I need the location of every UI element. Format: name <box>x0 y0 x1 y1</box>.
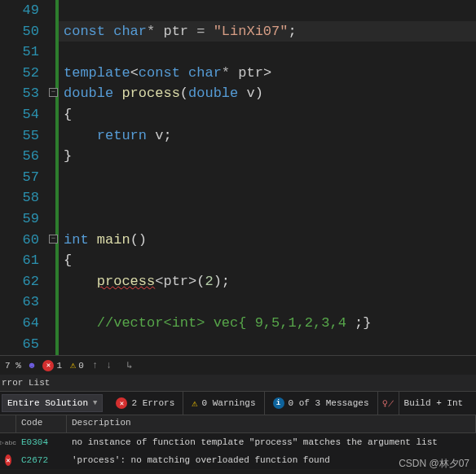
line-number: 63 <box>0 292 39 313</box>
code-line[interactable]: //vector<int> vec{ 9,5,1,2,3,4 ;} <box>59 313 476 334</box>
feedback-icon[interactable]: ☻ <box>29 361 35 371</box>
code-line[interactable] <box>59 187 476 208</box>
code-line[interactable]: int main()− <box>59 230 476 251</box>
chevron-down-icon: ▼ <box>93 399 97 407</box>
code-line[interactable]: return v; <box>59 125 476 147</box>
watermark-text: CSDN @林夕07 <box>399 457 469 471</box>
editor-status-bar: 7 % ☻ ✕ 1 ⚠ 0 ↑ ↓ ↳ <box>0 355 476 375</box>
line-number: 65 <box>0 334 39 355</box>
code-line[interactable]: } <box>59 146 476 167</box>
line-number: 58 <box>0 187 39 208</box>
warnings-filter[interactable]: ⚠ 0 Warnings <box>183 392 263 415</box>
error-icon: ✕ <box>5 454 11 466</box>
code-content[interactable]: const char* ptr = "LinXi07"; template<co… <box>59 0 476 355</box>
col-expand[interactable] <box>0 415 16 432</box>
error-icon: ✕ <box>116 397 127 409</box>
clear-filter-button[interactable]: ♀̷ <box>377 392 399 415</box>
error-description: no instance of function template "proces… <box>67 437 476 447</box>
code-line[interactable]: double process(double v)− <box>59 83 476 104</box>
collapse-toggle-icon[interactable]: − <box>49 235 58 244</box>
info-icon: i <box>273 397 284 409</box>
col-description[interactable]: Description <box>67 415 476 432</box>
code-line[interactable]: { <box>59 250 476 271</box>
col-code[interactable]: Code <box>16 415 67 432</box>
line-number: 61 <box>0 250 39 271</box>
messages-filter[interactable]: i 0 of 3 Messages <box>264 392 377 415</box>
code-line[interactable]: { <box>59 104 476 125</box>
line-number: 51 <box>0 42 39 63</box>
error-table-header: Code Description <box>0 415 476 433</box>
code-line[interactable] <box>59 292 476 313</box>
line-number: 57 <box>0 167 39 188</box>
error-code[interactable]: E0304 <box>16 437 67 447</box>
error-list-title: rror List <box>0 375 476 391</box>
nav-up-icon[interactable]: ↑ <box>92 360 98 371</box>
zoom-percent[interactable]: 7 % <box>5 361 21 371</box>
code-line[interactable]: const char* ptr = "LinXi07"; <box>59 21 476 42</box>
code-editor[interactable]: 4950515253545556575859606162636465 const… <box>0 0 476 355</box>
scope-dropdown[interactable]: Entire Solution ▼ <box>2 394 103 412</box>
code-line[interactable] <box>59 334 476 355</box>
line-number: 60 <box>0 230 39 251</box>
line-number: 59 <box>0 208 39 230</box>
code-line[interactable]: template<const char* ptr> <box>59 63 476 84</box>
error-row[interactable]: ▷abcE0304no instance of function templat… <box>0 433 476 451</box>
line-number: 62 <box>0 271 39 292</box>
build-filter[interactable]: Build + Int <box>399 392 469 415</box>
collapse-toggle-icon[interactable]: − <box>49 88 58 97</box>
line-number: 55 <box>0 125 39 147</box>
code-line[interactable] <box>59 0 476 21</box>
status-errors[interactable]: ✕ 1 <box>42 360 62 371</box>
nav-down-icon[interactable]: ↓ <box>106 360 112 371</box>
status-warnings[interactable]: ⚠ 0 <box>70 359 84 371</box>
line-number: 56 <box>0 146 39 167</box>
line-number: 53 <box>0 83 39 104</box>
scroll-arrow-icon[interactable]: ↳ <box>126 359 132 371</box>
line-number: 52 <box>0 63 39 84</box>
warning-icon: ⚠ <box>70 359 76 371</box>
error-icon: ✕ <box>42 360 54 371</box>
code-line[interactable] <box>59 42 476 63</box>
line-number-gutter: 4950515253545556575859606162636465 <box>0 0 55 355</box>
filter-icon: ♀̷ <box>382 397 394 410</box>
line-number: 49 <box>0 0 39 21</box>
code-line[interactable] <box>59 167 476 188</box>
intellisense-icon: abc <box>5 439 16 446</box>
errors-filter[interactable]: ✕ 2 Errors <box>108 392 183 415</box>
error-list-toolbar: Entire Solution ▼ ✕ 2 Errors ⚠ 0 Warning… <box>0 391 476 415</box>
warning-icon: ⚠ <box>192 397 197 410</box>
error-code[interactable]: C2672 <box>16 455 67 465</box>
line-number: 64 <box>0 313 39 334</box>
line-number: 54 <box>0 104 39 125</box>
code-line[interactable] <box>59 208 476 230</box>
line-number: 50 <box>0 21 39 42</box>
code-line[interactable]: process<ptr>(2); <box>59 271 476 292</box>
expand-icon[interactable]: ▷ <box>0 439 4 446</box>
